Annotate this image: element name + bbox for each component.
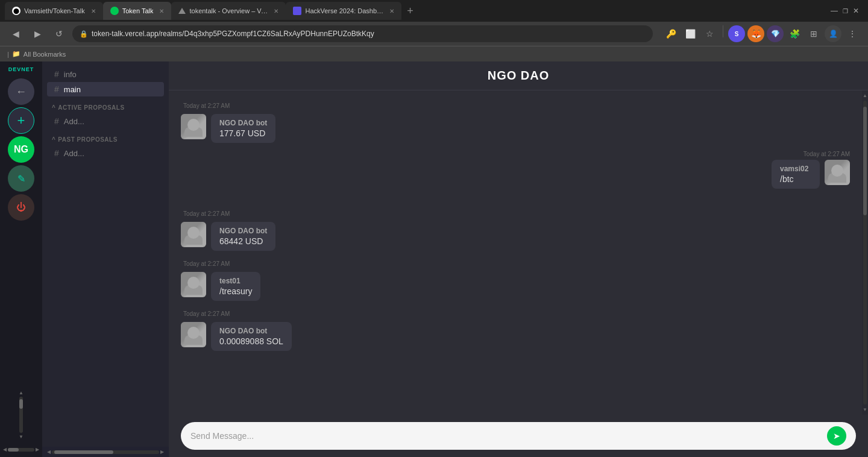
hackverse-icon <box>293 7 301 15</box>
hash-icon-add2: # <box>54 148 59 158</box>
send-icon: ➤ <box>833 431 840 441</box>
profile-icon[interactable]: ⊞ <box>805 25 822 42</box>
ch-scrollbar-track <box>52 450 159 454</box>
text-1: 177.67 USD <box>219 128 267 138</box>
horizontal-scrollbar-area: ◀ ▶ <box>3 447 39 452</box>
star-icon[interactable]: ☆ <box>701 25 718 42</box>
channel-sidebar-scrollbar: ◀ ▶ <box>42 447 169 457</box>
add-server-button[interactable]: + <box>8 107 34 134</box>
bookmarks-label: All Bookmarks <box>24 51 66 58</box>
messages-list: Today at 2:27 AM NGO DAO bot 177.67 USD <box>169 90 862 415</box>
extension-icon[interactable]: 💎 <box>767 25 784 42</box>
chat-header: NGO DAO <box>169 61 868 90</box>
tab-hackverse[interactable]: HackVerse 2024: Dashboard | D ✕ <box>286 2 401 20</box>
avatar-1 <box>181 114 206 139</box>
ch-scrollbar-thumb <box>54 450 113 454</box>
ch-scroll-right[interactable]: ▶ <box>160 449 164 455</box>
avatar-3 <box>181 222 206 247</box>
server-sidebar: DEVNET ← + NG ✎ ⏻ ▲ ▼ ◀ <box>0 61 42 457</box>
vercel-icon <box>178 8 186 14</box>
tab-vercel[interactable]: tokentalk - Overview – Vercel ✕ <box>171 2 286 20</box>
channel-main[interactable]: # main <box>47 82 164 96</box>
avatar-img-3 <box>181 222 206 247</box>
chat-scroll-up[interactable]: ▲ <box>863 93 867 98</box>
extensions-icon[interactable]: 🧩 <box>786 25 803 42</box>
timestamp-4: Today at 2:27 AM <box>183 260 850 267</box>
channel-main-label: main <box>64 85 81 94</box>
menu-icon[interactable]: ⋮ <box>844 25 861 42</box>
active-proposals-label: ACTIVE PROPOSALS <box>58 104 124 111</box>
message-group-3: Today at 2:27 AM NGO DAO bot 68442 USD <box>181 210 850 251</box>
sidebar-scrollbar-area: ▲ ▼ <box>19 390 24 440</box>
right-avatar <box>825 160 850 185</box>
spacer-right-message <box>181 153 850 201</box>
back-to-servers-button[interactable]: ← <box>8 78 34 105</box>
back-button[interactable]: ◀ <box>7 25 24 42</box>
ch-scroll-left[interactable]: ◀ <box>47 449 51 455</box>
active-proposals-arrow: ^ <box>52 104 55 111</box>
app-container: DEVNET ← + NG ✎ ⏻ ▲ ▼ ◀ <box>0 61 868 457</box>
chat-scroll-down[interactable]: ▼ <box>863 407 867 412</box>
chat-scrollbar: ▲ ▼ <box>862 90 868 415</box>
channel-add-active[interactable]: # Add... <box>47 114 164 128</box>
hash-icon-add1: # <box>54 116 59 126</box>
message-group-5: Today at 2:27 AM NGO DAO bot 0.00089088 … <box>181 310 850 351</box>
bookmarks-bar: | 📁 All Bookmarks <box>0 46 868 61</box>
edit-button[interactable]: ✎ <box>8 165 34 192</box>
message-content-5: NGO DAO bot 0.00089088 SOL <box>211 322 292 351</box>
chat-scrollbar-thumb <box>863 107 867 215</box>
chat-main: NGO DAO Today at 2:27 AM NGO DAO bot 177… <box>169 61 868 457</box>
tab4-close[interactable]: ✕ <box>389 8 394 14</box>
close-button[interactable]: ✕ <box>851 6 861 16</box>
nav-bar: ◀ ▶ ↺ 🔒 token-talk.vercel.app/realms/D4q… <box>0 22 868 46</box>
avatar-img-5 <box>181 322 206 347</box>
tab2-close[interactable]: ✕ <box>159 8 164 14</box>
maximize-button[interactable]: ❐ <box>840 6 850 16</box>
avatar-img-1 <box>181 114 206 139</box>
scroll-right-arrow[interactable]: ▶ <box>36 447 39 452</box>
scroll-down-arrow[interactable]: ▼ <box>19 434 24 440</box>
timestamp-3: Today at 2:27 AM <box>183 210 850 217</box>
tab-github[interactable]: ⬤ Vamsieth/Token-Talk ✕ <box>5 2 103 20</box>
metamask-icon[interactable]: 🦊 <box>747 25 764 42</box>
lock-icon: 🔒 <box>80 30 88 38</box>
minimize-button[interactable]: — <box>829 6 839 16</box>
message-bubble-4: test01 /treasury <box>181 272 850 301</box>
sender-4: test01 <box>219 277 252 285</box>
message-content-1: NGO DAO bot 177.67 USD <box>211 114 275 143</box>
forward-button[interactable]: ▶ <box>29 25 46 42</box>
active-proposals-section[interactable]: ^ ACTIVE PROPOSALS <box>42 97 169 113</box>
user-avatar[interactable]: 👤 <box>825 25 841 42</box>
channel-info[interactable]: # info <box>47 67 164 81</box>
key-icon[interactable]: 🔑 <box>662 25 679 42</box>
tab1-label: Vamsieth/Token-Talk <box>24 7 85 14</box>
scrollbar-track <box>19 397 23 433</box>
message-input-box[interactable]: Send Message... ➤ <box>181 422 856 450</box>
channel-add-past[interactable]: # Add... <box>47 146 164 160</box>
tab1-close[interactable]: ✕ <box>91 8 96 14</box>
edit-icon: ✎ <box>17 173 25 184</box>
send-button[interactable]: ➤ <box>827 426 846 446</box>
scroll-up-arrow[interactable]: ▲ <box>19 390 24 396</box>
sender-1: NGO DAO bot <box>219 119 267 127</box>
browser-chrome: ⬤ Vamsieth/Token-Talk ✕ Token Talk ✕ tok… <box>0 0 868 61</box>
cast-icon[interactable]: ⬜ <box>682 25 699 42</box>
logout-button[interactable]: ⏻ <box>8 194 34 221</box>
channel-sidebar: # info # main ^ ACTIVE PROPOSALS # Add..… <box>42 61 169 457</box>
scroll-left-arrow[interactable]: ◀ <box>3 447 7 452</box>
ng-server-button[interactable]: NG <box>8 136 34 163</box>
new-tab-button[interactable]: + <box>401 2 418 19</box>
tab4-label: HackVerse 2024: Dashboard | D <box>305 7 383 14</box>
channel-list: # info # main ^ ACTIVE PROPOSALS # Add..… <box>42 61 169 447</box>
bookmarks-divider: | <box>7 51 9 58</box>
profile-avatar[interactable]: S <box>728 25 745 42</box>
tab-token-talk[interactable]: Token Talk ✕ <box>103 2 172 20</box>
tab3-close[interactable]: ✕ <box>274 8 278 14</box>
chat-scrollbar-track <box>863 101 867 405</box>
address-bar[interactable]: 🔒 token-talk.vercel.app/realms/D4q3xhp5P… <box>72 25 653 42</box>
messages-container: Today at 2:27 AM NGO DAO bot 177.67 USD <box>169 90 868 415</box>
refresh-button[interactable]: ↺ <box>51 25 68 42</box>
past-proposals-section[interactable]: ^ PAST PROPOSALS <box>42 129 169 145</box>
chat-title: NGO DAO <box>488 69 550 83</box>
ng-label: NG <box>14 144 28 155</box>
